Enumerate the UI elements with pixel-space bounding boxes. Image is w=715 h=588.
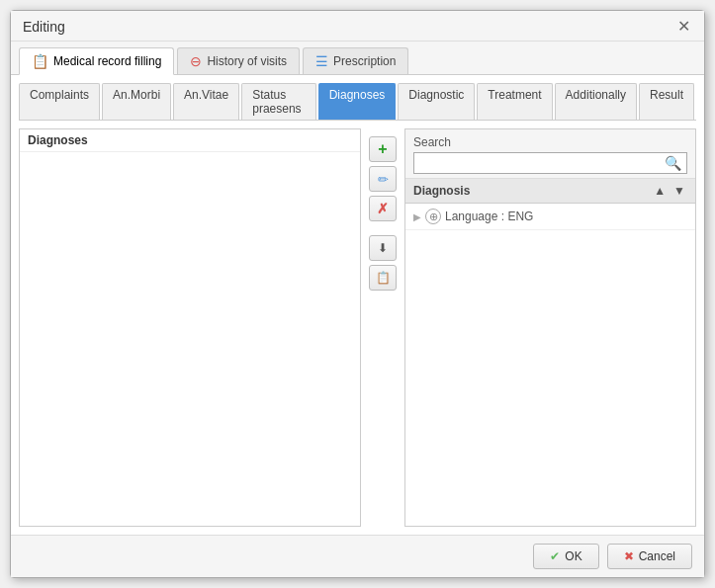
delete-icon: ✗ — [377, 201, 389, 216]
tree-header: Diagnosis ▲ ▼ — [405, 179, 695, 204]
cancel-x-icon: ✖ — [624, 549, 634, 563]
tree-expand-icon[interactable]: ⊕ — [425, 209, 441, 224]
content-area: Complaints An.Morbi An.Vitae Status prae… — [11, 75, 704, 535]
search-area: Search 🔍 — [405, 129, 695, 179]
main-panels: Diagnoses + ✏ ✗ ⬇ 📋 — [19, 128, 696, 527]
cancel-label: Cancel — [639, 549, 675, 563]
subtab-treatment[interactable]: Treatment — [477, 83, 552, 120]
ok-button[interactable]: ✔ OK — [533, 544, 598, 569]
subtab-complaints[interactable]: Complaints — [19, 83, 100, 120]
close-button[interactable]: ✕ — [675, 19, 692, 35]
subtab-diagnostic[interactable]: Diagnostic — [398, 83, 475, 120]
tab-medical-record[interactable]: 📋 Medical record filling — [19, 47, 174, 75]
tab-history-visits[interactable]: ⊖ History of visits — [177, 47, 300, 74]
dialog-title: Editing — [23, 19, 65, 35]
add-icon: + — [378, 140, 387, 158]
top-tabs: 📋 Medical record filling ⊖ History of vi… — [11, 42, 704, 75]
subtab-additionally[interactable]: Additionally — [555, 83, 637, 120]
search-input-wrapper: 🔍 — [413, 152, 687, 174]
diagnoses-panel: Diagnoses — [19, 128, 361, 527]
copy-button[interactable]: 📋 — [369, 265, 397, 291]
dialog-footer: ✔ OK ✖ Cancel — [11, 535, 704, 577]
action-buttons: + ✏ ✗ ⬇ 📋 — [369, 128, 397, 527]
edit-button[interactable]: ✏ — [369, 166, 397, 192]
search-input[interactable] — [414, 153, 660, 173]
tree-filter-button[interactable]: ▼ — [671, 184, 687, 198]
search-label: Search — [413, 135, 687, 149]
subtab-status-praesens[interactable]: Status praesens — [241, 83, 315, 120]
prescription-icon: ☰ — [315, 53, 328, 69]
subtab-an-vitae[interactable]: An.Vitae — [173, 83, 239, 120]
tree-node-label: Language : ENG — [445, 210, 533, 223]
tab-prescription[interactable]: ☰ Prescription — [303, 47, 408, 74]
subtab-an-morbi[interactable]: An.Morbi — [102, 83, 171, 120]
diagnoses-list — [20, 152, 360, 526]
tab-history-visits-label: History of visits — [207, 54, 287, 68]
add-button[interactable]: + — [369, 136, 397, 162]
tree-arrow-icon: ▶ — [413, 211, 421, 222]
subtab-result[interactable]: Result — [639, 83, 694, 120]
tab-medical-record-label: Medical record filling — [53, 54, 161, 68]
editing-dialog: Editing ✕ 📋 Medical record filling ⊖ His… — [10, 10, 705, 578]
search-button[interactable]: 🔍 — [660, 153, 686, 173]
ok-check-icon: ✔ — [550, 549, 560, 563]
medical-record-icon: 📋 — [32, 53, 48, 69]
subtab-diagnoses[interactable]: Diagnoses — [318, 83, 397, 120]
search-panel: Search 🔍 Diagnosis ▲ ▼ — [404, 128, 696, 527]
tree-header-label: Diagnosis — [413, 184, 470, 198]
move-down-icon: ⬇ — [378, 241, 388, 255]
history-visits-icon: ⊖ — [190, 53, 202, 69]
move-down-button[interactable]: ⬇ — [369, 235, 397, 261]
tree-node-lang-eng: ▶ ⊕ Language : ENG — [405, 204, 695, 230]
copy-icon: 📋 — [376, 271, 391, 285]
edit-icon: ✏ — [378, 172, 389, 187]
search-icon: 🔍 — [665, 155, 681, 171]
ok-label: OK — [565, 549, 581, 563]
title-bar: Editing ✕ — [11, 11, 704, 42]
delete-button[interactable]: ✗ — [369, 196, 397, 221]
sub-tabs: Complaints An.Morbi An.Vitae Status prae… — [19, 83, 696, 121]
tree-sort-button[interactable]: ▲ — [652, 184, 668, 198]
diagnoses-panel-header: Diagnoses — [20, 129, 360, 152]
tab-prescription-label: Prescription — [333, 54, 396, 68]
tree-header-actions: ▲ ▼ — [652, 184, 687, 198]
diagnosis-tree: Diagnosis ▲ ▼ ▶ ⊕ Language : ENG — [405, 179, 695, 526]
cancel-button[interactable]: ✖ Cancel — [607, 544, 692, 569]
